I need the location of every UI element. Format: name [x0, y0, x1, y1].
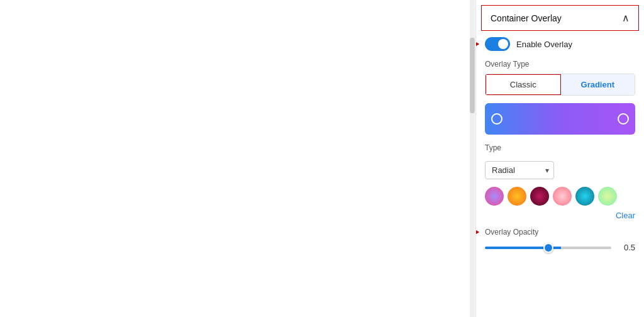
opacity-slider[interactable] — [485, 247, 611, 249]
color-swatch-3[interactable] — [530, 187, 549, 206]
right-panel: Container Overlay ∧ Enable Overlay Overl… — [475, 0, 644, 317]
panel-title: Container Overlay — [491, 13, 562, 23]
opacity-arrow-indicator — [475, 231, 479, 233]
enable-overlay-row: Enable Overlay — [485, 37, 635, 51]
gradient-handle-left[interactable] — [491, 113, 502, 125]
type-section: Type Radial Linear ▾ — [485, 143, 635, 179]
chevron-up-icon: ∧ — [622, 12, 630, 24]
color-swatch-1[interactable] — [485, 187, 504, 206]
color-swatch-6[interactable] — [598, 187, 617, 206]
gradient-type-button[interactable]: Gradient — [561, 74, 635, 95]
type-dropdown[interactable]: Radial Linear — [485, 161, 554, 179]
scrollbar-thumb[interactable] — [470, 38, 475, 113]
overlay-opacity-row: Overlay Opacity — [485, 228, 635, 236]
clear-button[interactable]: Clear — [616, 209, 635, 221]
slider-row: 0.5 — [485, 243, 635, 252]
panel-body: Enable Overlay Overlay Type Classic Grad… — [476, 31, 644, 259]
overlay-type-buttons: Classic Gradient — [485, 74, 635, 96]
gradient-handle-right[interactable] — [618, 113, 629, 125]
color-swatches — [485, 187, 635, 206]
panel-header[interactable]: Container Overlay ∧ — [481, 5, 639, 31]
classic-type-button[interactable]: Classic — [486, 74, 561, 95]
enable-overlay-toggle[interactable] — [485, 37, 510, 51]
color-swatch-2[interactable] — [508, 187, 526, 206]
overlay-opacity-label: Overlay Opacity — [485, 228, 538, 236]
color-swatch-4[interactable] — [553, 187, 572, 206]
gradient-preview[interactable] — [485, 103, 635, 135]
left-area — [0, 0, 475, 317]
scrollbar-track[interactable] — [470, 0, 475, 317]
type-dropdown-wrapper: Radial Linear ▾ — [485, 161, 554, 179]
overlay-type-label: Overlay Type — [485, 60, 635, 69]
color-swatch-5[interactable] — [575, 187, 594, 206]
type-section-label: Type — [485, 143, 635, 152]
opacity-value-display: 0.5 — [618, 243, 635, 252]
enable-overlay-label: Enable Overlay — [516, 40, 572, 49]
enable-arrow-indicator — [475, 43, 479, 45]
